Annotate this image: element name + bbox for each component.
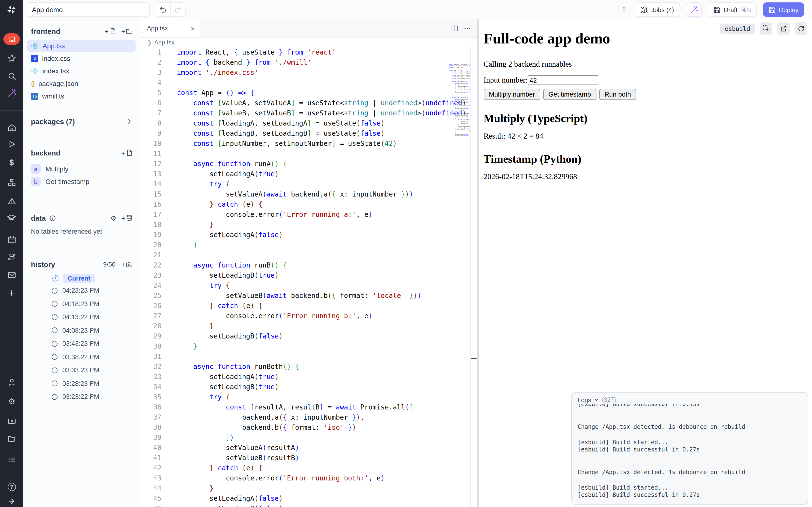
undo-button[interactable] bbox=[155, 3, 170, 16]
sidebar-item-runs[interactable] bbox=[0, 137, 23, 151]
code-area[interactable]: 1import React, { useState } from 'react'… bbox=[140, 47, 477, 507]
sidebar-item-folders[interactable] bbox=[0, 432, 23, 445]
history-timestamp: 04:18:23 PM bbox=[62, 300, 99, 307]
sidebar-item-settings[interactable]: ⚙ bbox=[0, 394, 23, 408]
history-current-item[interactable]: Current bbox=[23, 272, 140, 284]
log-line bbox=[577, 461, 804, 469]
sidebar-item-mail[interactable] bbox=[0, 268, 23, 282]
breadcrumb[interactable]: ❯ App.tsx bbox=[140, 38, 477, 47]
split-editor-button[interactable] bbox=[451, 24, 459, 32]
history-entry[interactable]: 04:13:22 PM bbox=[23, 311, 140, 324]
sidebar-item-ai[interactable] bbox=[0, 87, 23, 100]
ai-assistant-button[interactable] bbox=[686, 2, 702, 17]
sidebar-item-help[interactable]: ? bbox=[0, 480, 23, 494]
packages-section-title: packages (7) bbox=[31, 117, 75, 125]
backend-section-title: backend bbox=[31, 149, 60, 157]
logs-body[interactable]: [esbuild] Build successful in 0.45s Chan… bbox=[577, 404, 804, 502]
sidebar-item-routes[interactable] bbox=[0, 250, 23, 264]
sidebar-expand-button[interactable] bbox=[0, 495, 23, 507]
log-line bbox=[577, 476, 804, 484]
code-editor-pane: App.tsx × ❯ App.tsx 1import React, { use… bbox=[140, 19, 477, 507]
split-columns-icon bbox=[451, 24, 459, 32]
app-window-icon bbox=[3, 33, 20, 45]
packages-expand-button[interactable] bbox=[126, 118, 133, 125]
history-entry[interactable]: 03:38:22 PM bbox=[23, 350, 140, 363]
sidebar-item-favorites[interactable] bbox=[0, 51, 23, 65]
file-row-app-tsx[interactable]: App.tsx bbox=[27, 40, 136, 52]
add-table-button[interactable]: + bbox=[121, 214, 133, 222]
add-folder-button[interactable]: + bbox=[121, 27, 133, 35]
pane-divider[interactable] bbox=[477, 19, 479, 507]
add-runnable-button[interactable]: + bbox=[121, 149, 133, 157]
file-row-index-css[interactable]: 3 index.css bbox=[27, 53, 136, 64]
camera-icon bbox=[126, 261, 133, 268]
sidebar-item-learn[interactable] bbox=[0, 211, 23, 225]
version-dot-icon bbox=[52, 288, 57, 294]
dollar-icon: $ bbox=[9, 158, 14, 168]
data-settings-button[interactable]: ⚙ bbox=[110, 215, 116, 221]
pane-resize-handle[interactable] bbox=[471, 358, 476, 359]
app-title-input[interactable]: App demo bbox=[26, 2, 150, 17]
css-icon: 3 bbox=[31, 55, 38, 62]
history-entry[interactable]: 04:23:23 PM bbox=[23, 284, 140, 297]
inspect-element-button[interactable] bbox=[760, 22, 772, 35]
deploy-button[interactable]: Deploy bbox=[762, 2, 804, 17]
history-entry[interactable]: 03:28:23 PM bbox=[23, 377, 140, 390]
version-dot-icon bbox=[52, 368, 57, 373]
version-dot-icon bbox=[52, 381, 57, 387]
open-external-button[interactable] bbox=[777, 22, 790, 35]
folder-icon bbox=[7, 434, 16, 443]
windmill-logo[interactable] bbox=[0, 0, 23, 19]
history-timestamp: 04:13:22 PM bbox=[62, 314, 99, 321]
history-timestamp: 03:43:23 PM bbox=[62, 340, 99, 347]
sidebar-item-account[interactable] bbox=[0, 375, 23, 389]
history-entry[interactable]: 04:08:23 PM bbox=[23, 324, 140, 337]
sidebar-item-resources[interactable] bbox=[0, 176, 23, 189]
sidebar-item-schedules[interactable] bbox=[0, 194, 23, 208]
sidebar-item-search[interactable] bbox=[0, 69, 23, 82]
runnable-row-get-timestamp[interactable]: b Get timestamp bbox=[23, 175, 140, 188]
refresh-icon bbox=[797, 25, 805, 32]
refresh-preview-button[interactable] bbox=[795, 22, 807, 35]
file-row-package-json[interactable]: { } package.json bbox=[27, 78, 136, 89]
multiply-number-button[interactable]: Multiply number bbox=[484, 89, 540, 100]
sidebar-item-add[interactable] bbox=[0, 286, 23, 300]
file-explorer: frontend + + App.tsx 3 index.css index.t… bbox=[23, 19, 140, 507]
get-timestamp-button[interactable]: Get timestamp bbox=[543, 89, 597, 100]
logs-header[interactable]: Logs (327) bbox=[572, 393, 808, 404]
sidebar-item-variables[interactable]: $ bbox=[0, 156, 23, 169]
breadcrumb-file: App.tsx bbox=[154, 39, 174, 46]
editor-more-button[interactable] bbox=[463, 24, 471, 32]
json-braces-icon: { } bbox=[31, 80, 35, 87]
take-snapshot-button[interactable]: + bbox=[121, 261, 133, 268]
history-timestamp: 03:38:22 PM bbox=[62, 353, 99, 361]
sidebar-item-apps[interactable] bbox=[0, 32, 23, 46]
more-menu-button[interactable] bbox=[619, 6, 628, 13]
history-entry[interactable]: 03:33:23 PM bbox=[23, 363, 140, 377]
redo-button[interactable] bbox=[170, 3, 185, 16]
draft-shortcut: ⌘S bbox=[741, 6, 751, 13]
run-both-button[interactable]: Run both bbox=[599, 89, 636, 100]
sidebar-item-calendar[interactable] bbox=[0, 233, 23, 246]
sidebar-item-logs[interactable] bbox=[0, 453, 23, 466]
history-entry[interactable]: 04:18:23 PM bbox=[23, 297, 140, 311]
add-file-button[interactable]: + bbox=[105, 27, 116, 35]
history-entry[interactable]: 03:43:23 PM bbox=[23, 337, 140, 350]
boxes-icon bbox=[7, 178, 16, 187]
tab-app-tsx[interactable]: App.tsx × bbox=[140, 19, 201, 37]
data-empty-text: No tables referenced yet bbox=[23, 228, 140, 235]
minimap[interactable]: import React, { useState } from 'react'i… bbox=[439, 64, 470, 180]
file-row-wmill-ts[interactable]: TS wmill.ts bbox=[27, 90, 136, 102]
jobs-button[interactable]: Jobs (4) bbox=[635, 2, 680, 17]
topbar-actions: Jobs (4) Draft ⌘S Deploy bbox=[619, 0, 804, 19]
input-number-field[interactable] bbox=[527, 75, 598, 85]
close-tab-icon[interactable]: × bbox=[191, 24, 195, 32]
file-row-index-tsx[interactable]: index.tsx bbox=[27, 65, 136, 77]
log-line bbox=[577, 408, 804, 416]
sidebar-item-home[interactable] bbox=[0, 121, 23, 134]
history-list: 04:23:23 PM04:18:23 PM04:13:22 PM04:08:2… bbox=[23, 284, 140, 403]
draft-button[interactable]: Draft ⌘S bbox=[707, 2, 757, 17]
runnable-row-multiply[interactable]: a Multiply bbox=[23, 163, 140, 175]
sidebar-item-workspace-settings[interactable] bbox=[0, 414, 23, 428]
history-entry[interactable]: 03:23:22 PM bbox=[23, 390, 140, 403]
